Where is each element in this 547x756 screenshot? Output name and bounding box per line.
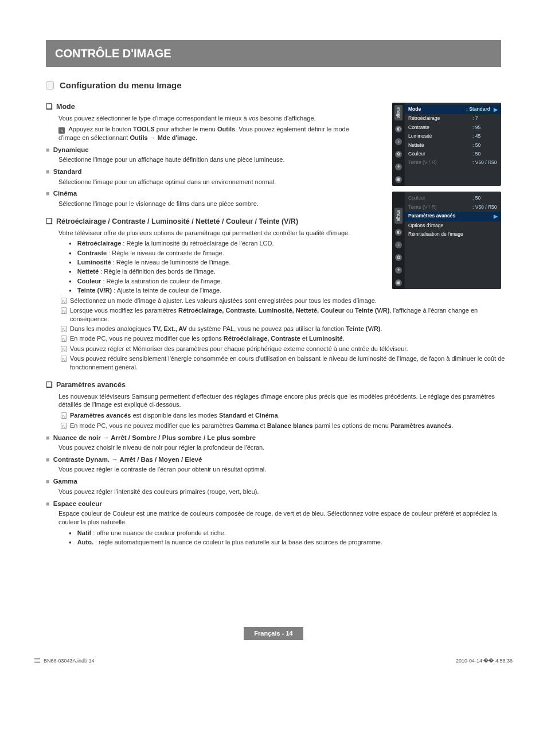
section-marker-icon — [46, 81, 54, 89]
osd1-tab-label: Image — [394, 105, 402, 120]
text: Sélectionne l'image pour le visionnage d… — [58, 200, 355, 208]
list-item: NEn mode PC, vous ne pouvez modifier que… — [61, 422, 516, 430]
section-title: Configuration du menu Image — [60, 80, 182, 91]
text: Votre téléviseur offre de plusieurs opti… — [58, 229, 355, 237]
subheading-gamma: ■Gamma — [46, 477, 501, 486]
note-icon: N — [61, 326, 67, 332]
print-footer: BN68-03043A.indb 14 2010-04-14 �� 4:56:3… — [34, 657, 513, 664]
osd-row: Mode: Standard▶ — [405, 105, 501, 114]
text: ♫ Appuyez sur le bouton TOOLS pour affic… — [58, 125, 355, 142]
heading-retro: ❑Rétroéclairage / Contraste / Luminosité… — [46, 216, 355, 227]
note-icon: N — [61, 356, 67, 362]
list-item: Auto. : règle automatiquement la nuance … — [69, 538, 501, 547]
text: Sélectionne l'image pour un affichage ha… — [58, 155, 355, 164]
tab-icon: ✈ — [395, 163, 402, 170]
osd-row: Netteté: 50 — [405, 141, 501, 150]
subheading-standard: ■Standard — [46, 167, 355, 177]
note-list: NSélectionnez un mode d'image à ajuster.… — [61, 297, 516, 372]
list-item: NParamètres avancés est disponible dans … — [61, 411, 516, 420]
tab-icon: ✈ — [395, 267, 402, 274]
subheading-dynamique: ■Dynamique — [46, 146, 355, 155]
list-item: NDans les modes analogiques TV, Ext., AV… — [61, 325, 516, 333]
lines-icon — [34, 658, 40, 663]
text: Espace couleur de Couleur est une matric… — [58, 509, 501, 527]
osd-row: Options d'image — [405, 221, 501, 230]
list-item: Natif : offre une nuance de couleur prof… — [69, 529, 501, 537]
tab-icon: ✿ — [395, 254, 402, 261]
note-icon: N — [61, 307, 67, 314]
tab-icon: ✿ — [395, 151, 402, 158]
page-footer: Français - 14 — [46, 627, 501, 640]
tab-icon: ▣ — [395, 176, 402, 183]
note-list: NParamètres avancés est disponible dans … — [61, 411, 516, 430]
osd-panel-2: Image ◐ ♪ ✿ ✈ ▣ Couleur: 50Teinte (V / R… — [392, 192, 501, 289]
tab-icon: ◐ — [395, 229, 402, 236]
text: Vous pouvez régler l'intensité des coule… — [58, 488, 501, 496]
osd-panel-1: Image ◐ ♪ ✿ ✈ ▣ Mode: Standard▶Rétroécla… — [392, 103, 501, 186]
list-item: NSélectionnez un mode d'image à ajuster.… — [61, 297, 516, 305]
tools-icon: ♫ — [58, 127, 65, 134]
title-bar: CONTRÔLE D'IMAGE — [46, 40, 501, 67]
osd2-tab-label: Image — [394, 208, 402, 223]
subheading-espace: ■Espace couleur — [46, 500, 501, 509]
text: Vous pouvez sélectionner le type d'image… — [58, 114, 355, 123]
part-number: BN68-03043A.indb 14 — [34, 657, 95, 664]
list-item: NEn mode PC, vous ne pouvez modifier que… — [61, 334, 516, 343]
osd-row: Couleur: 50 — [405, 150, 501, 158]
heading-advanced: ❑Paramètres avancés — [46, 380, 501, 390]
tab-icon: ◐ — [395, 126, 402, 133]
osd-row: Luminosité: 45 — [405, 132, 501, 141]
tab-icon: ♪ — [395, 138, 402, 145]
osd-row: Contraste: 95 — [405, 123, 501, 132]
tab-icon: ♪ — [395, 241, 402, 248]
note-icon: N — [61, 412, 67, 419]
subheading-cinema: ■Cinéma — [46, 189, 355, 198]
text: Vous pouvez choisir le niveau de noir po… — [58, 443, 501, 452]
section-title-row: Configuration du menu Image — [46, 80, 501, 91]
text: Vous pouvez régler le contraste de l'écr… — [58, 465, 501, 474]
tab-icon: ▣ — [395, 279, 402, 286]
osd-row: Teinte (V / R): V50 / R50 — [405, 203, 501, 212]
bullet-list: Natif : offre une nuance de couleur prof… — [69, 529, 501, 547]
note-icon: N — [61, 298, 67, 304]
list-item: NVous pouvez régler et Mémoriser des par… — [61, 345, 516, 353]
list-item: NLorsque vous modifiez les paramètres Ré… — [61, 306, 516, 324]
page-number: Français - 14 — [244, 627, 303, 640]
text: Les nouveaux téléviseurs Samsung permett… — [58, 392, 514, 410]
osd-row: Rétroéclairage: 7 — [405, 114, 501, 123]
note-icon: N — [61, 336, 67, 342]
note-icon: N — [61, 346, 67, 352]
osd-row: Teinte (V / R): V50 / R50 — [405, 158, 501, 167]
note-icon: N — [61, 423, 67, 429]
subheading-contraste-dyn: ■Contraste Dynam. → Arrêt / Bas / Moyen … — [46, 455, 501, 465]
osd-row: Réinitialisation de l'image — [405, 230, 501, 239]
print-timestamp: 2010-04-14 �� 4:56:36 — [456, 657, 513, 664]
heading-mode: ❑Mode — [46, 102, 355, 112]
osd-row: Paramètres avancés▶ — [405, 212, 501, 221]
subheading-nuance: ■Nuance de noir → Arrêt / Sombre / Plus … — [46, 434, 501, 443]
list-item: NVous pouvez réduire sensiblement l'éner… — [61, 354, 516, 372]
osd-row: Couleur: 50 — [405, 194, 501, 202]
text: Sélectionne l'image pour un affichage op… — [58, 178, 355, 186]
